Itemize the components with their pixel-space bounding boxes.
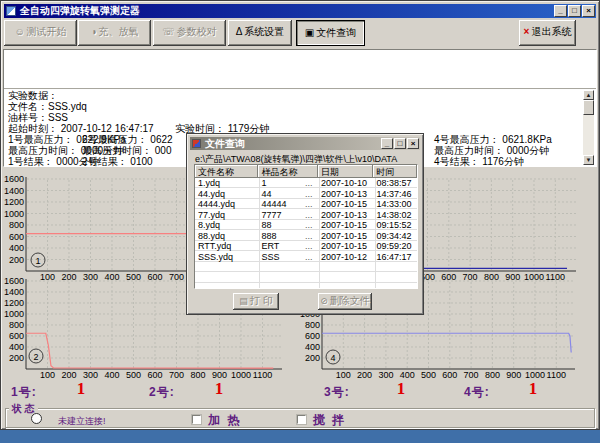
svg-text:600: 600 (9, 232, 24, 242)
svg-text:200: 200 (9, 353, 24, 363)
svg-text:900: 900 (212, 370, 227, 380)
svg-text:700: 700 (464, 370, 479, 380)
svg-text:400: 400 (400, 370, 415, 380)
svg-text:1400: 1400 (4, 186, 24, 196)
svg-text:800: 800 (485, 370, 500, 380)
svg-text:600: 600 (442, 370, 457, 380)
dialog-maximize-button[interactable]: □ (394, 138, 406, 149)
svg-text:200: 200 (305, 353, 320, 363)
col-sample-name[interactable]: 样品名称 (258, 165, 317, 178)
file-row[interactable]: 1.ydq1...2007-10-1008:38:57 (195, 178, 417, 189)
svg-text:600: 600 (147, 370, 162, 380)
col-time[interactable]: 时间 (373, 165, 417, 178)
file-table-body: 1.ydq1...2007-10-1008:38:5744.ydq44...20… (195, 178, 417, 288)
svg-text:200: 200 (9, 255, 24, 265)
svg-text:400: 400 (305, 342, 320, 352)
svg-text:500: 500 (126, 370, 141, 380)
main-window: 全自动四弹旋转氧弹测定器 _ □ × ☺测试开始 ◑充、放氧 ☏参数校对 Δ系统… (0, 0, 600, 430)
file-row[interactable]: RTT.ydqERT...2007-10-1509:59:20 (195, 241, 417, 252)
svg-text:200: 200 (61, 370, 76, 380)
svg-text:1000: 1000 (524, 272, 544, 282)
delete-icon: ⊘ (320, 296, 328, 306)
file-row[interactable]: 77.ydq7777...2007-10-1314:38:02 (195, 210, 417, 221)
svg-text:300: 300 (83, 370, 98, 380)
svg-text:100: 100 (40, 370, 55, 380)
svg-text:100: 100 (336, 370, 351, 380)
printer-icon: ▤ (239, 296, 248, 306)
svg-text:800: 800 (9, 220, 24, 230)
svg-text:900: 900 (506, 370, 521, 380)
svg-text:2: 2 (33, 352, 38, 362)
file-row[interactable]: SSS.ydqSSS...2007-10-1216:47:17 (195, 252, 417, 263)
svg-text:400: 400 (104, 370, 119, 380)
svg-text:1000: 1000 (4, 209, 24, 219)
svg-text:200: 200 (357, 370, 372, 380)
dialog-title-bar: 文件查询 _ □ × (190, 137, 420, 150)
svg-text:600: 600 (9, 331, 24, 341)
file-row[interactable]: 4444.ydq44444...2007-10-1514:33:00 (195, 199, 417, 210)
col-file-name[interactable]: 文件名称 (195, 165, 258, 178)
svg-text:1200: 1200 (4, 298, 24, 308)
svg-text:1600: 1600 (4, 276, 24, 286)
svg-text:700: 700 (169, 370, 184, 380)
svg-text:1000: 1000 (525, 370, 545, 380)
file-row[interactable]: 44.ydq44...2007-10-1314:37:46 (195, 189, 417, 200)
svg-text:1: 1 (35, 256, 40, 266)
dialog-title: 文件查询 (205, 138, 245, 149)
svg-text:1200: 1200 (4, 197, 24, 207)
col-date[interactable]: 日期 (318, 165, 374, 178)
delete-file-button[interactable]: ⊘删除文件 (318, 293, 372, 310)
svg-text:1000: 1000 (231, 370, 251, 380)
svg-text:400: 400 (9, 243, 24, 253)
svg-text:4: 4 (330, 353, 335, 363)
svg-text:300: 300 (378, 370, 393, 380)
dialog-icon (192, 139, 201, 148)
svg-text:1000: 1000 (4, 309, 24, 319)
file-list-table[interactable]: 文件名称 样品名称 日期 时间 1.ydq1...2007-10-1008:38… (194, 164, 418, 289)
svg-text:800: 800 (190, 370, 205, 380)
svg-text:1100: 1100 (253, 370, 272, 380)
dialog-close-button[interactable]: × (407, 138, 419, 149)
file-query-dialog: 文件查询 _ □ × e:\产品\ATWA08(旋转氧弹)\四弹\软件\上\v1… (186, 133, 424, 315)
file-row[interactable]: 8.ydq88...2007-10-1509:15:52 (195, 220, 417, 231)
svg-text:1600: 1600 (4, 174, 24, 184)
svg-text:400: 400 (9, 342, 24, 352)
svg-text:1100: 1100 (547, 370, 566, 380)
dialog-minimize-button[interactable]: _ (381, 138, 393, 149)
svg-text:800: 800 (305, 320, 320, 330)
file-table-header: 文件名称 样品名称 日期 时间 (195, 165, 417, 178)
file-row[interactable]: 88.ydq888...2007-10-1509:34:42 (195, 231, 417, 242)
svg-text:500: 500 (421, 370, 436, 380)
svg-text:600: 600 (305, 331, 320, 341)
svg-text:800: 800 (9, 320, 24, 330)
chart2-series (26, 333, 273, 368)
svg-text:1400: 1400 (4, 287, 24, 297)
print-button[interactable]: ▤打 印 (233, 293, 279, 310)
